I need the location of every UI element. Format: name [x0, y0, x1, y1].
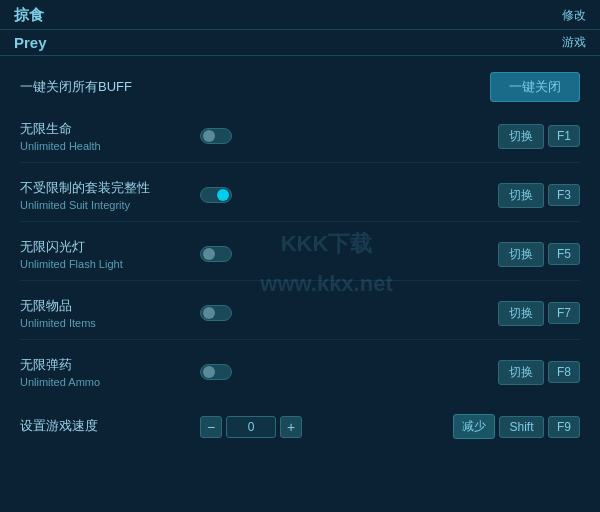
speed-control: − + — [200, 416, 302, 438]
feature-info-1: 不受限制的套装完整性 Unlimited Suit Integrity — [20, 179, 180, 211]
speed-middle: − + — [180, 416, 400, 438]
main-content: 一键关闭所有BUFF 一键关闭 无限生命 Unlimited Health 切换… — [0, 56, 600, 481]
feature-right-0: 切换 F1 — [400, 124, 580, 149]
speed-info: 设置游戏速度 — [20, 417, 180, 437]
onekey-label: 一键关闭所有BUFF — [20, 78, 132, 96]
feature-cn-1: 不受限制的套装完整性 — [20, 179, 180, 197]
toggle-1[interactable] — [200, 187, 232, 203]
feature-middle-3 — [180, 305, 400, 321]
feature-cn-3: 无限物品 — [20, 297, 180, 315]
switch-btn-2[interactable]: 切换 — [498, 242, 544, 267]
feature-row-2: 无限闪光灯 Unlimited Flash Light 切换 F5 — [20, 238, 580, 281]
toggle-3[interactable] — [200, 305, 232, 321]
game-title: Prey — [14, 34, 47, 51]
feature-row-0: 无限生命 Unlimited Health 切换 F1 — [20, 120, 580, 163]
onekey-row: 一键关闭所有BUFF 一键关闭 — [20, 72, 580, 102]
feature-cn-4: 无限弹药 — [20, 356, 180, 374]
feature-right-4: 切换 F8 — [400, 360, 580, 385]
feature-middle-0 — [180, 128, 400, 144]
top-bar: 掠食 修改 — [0, 0, 600, 30]
top-bar-right: 修改 — [562, 7, 586, 24]
feature-info-4: 无限弹药 Unlimited Ammo — [20, 356, 180, 388]
feature-row-4: 无限弹药 Unlimited Ammo 切换 F8 — [20, 356, 580, 398]
feature-row-1: 不受限制的套装完整性 Unlimited Suit Integrity 切换 F… — [20, 179, 580, 222]
toggle-0[interactable] — [200, 128, 232, 144]
toggle-4[interactable] — [200, 364, 232, 380]
feature-en-1: Unlimited Suit Integrity — [20, 199, 180, 211]
feature-middle-2 — [180, 246, 400, 262]
speed-row: 设置游戏速度 − + 减少 Shift F9 — [20, 414, 580, 449]
speed-minus-button[interactable]: − — [200, 416, 222, 438]
feature-list: 无限生命 Unlimited Health 切换 F1 不受限制的套装完整性 U… — [20, 120, 580, 398]
key-badge-4: F8 — [548, 361, 580, 383]
feature-en-2: Unlimited Flash Light — [20, 258, 180, 270]
toggle-knob-4 — [203, 366, 215, 378]
game-tab: 游戏 — [562, 34, 586, 51]
key-badge-3: F7 — [548, 302, 580, 324]
speed-input[interactable] — [226, 416, 276, 438]
feature-cn-2: 无限闪光灯 — [20, 238, 180, 256]
speed-name-cn: 设置游戏速度 — [20, 417, 180, 435]
feature-en-0: Unlimited Health — [20, 140, 180, 152]
feature-cn-0: 无限生命 — [20, 120, 180, 138]
feature-row-3: 无限物品 Unlimited Items 切换 F7 — [20, 297, 580, 340]
speed-key1: Shift — [499, 416, 544, 438]
toggle-knob-0 — [203, 130, 215, 142]
key-badge-1: F3 — [548, 184, 580, 206]
game-title-bar: Prey 游戏 — [0, 30, 600, 56]
key-badge-0: F1 — [548, 125, 580, 147]
feature-right-1: 切换 F3 — [400, 183, 580, 208]
feature-right-3: 切换 F7 — [400, 301, 580, 326]
onekey-button[interactable]: 一键关闭 — [490, 72, 580, 102]
toggle-knob-1 — [217, 189, 229, 201]
feature-right-2: 切换 F5 — [400, 242, 580, 267]
speed-key2: F9 — [548, 416, 580, 438]
feature-info-3: 无限物品 Unlimited Items — [20, 297, 180, 329]
switch-btn-1[interactable]: 切换 — [498, 183, 544, 208]
key-badge-2: F5 — [548, 243, 580, 265]
feature-en-4: Unlimited Ammo — [20, 376, 180, 388]
speed-reduce-button[interactable]: 减少 — [453, 414, 495, 439]
speed-right: 减少 Shift F9 — [400, 414, 580, 439]
toggle-2[interactable] — [200, 246, 232, 262]
speed-plus-button[interactable]: + — [280, 416, 302, 438]
feature-middle-1 — [180, 187, 400, 203]
feature-info-2: 无限闪光灯 Unlimited Flash Light — [20, 238, 180, 270]
toggle-knob-2 — [203, 248, 215, 260]
app-title: 掠食 — [14, 6, 44, 25]
switch-btn-0[interactable]: 切换 — [498, 124, 544, 149]
feature-middle-4 — [180, 364, 400, 380]
toggle-knob-3 — [203, 307, 215, 319]
switch-btn-4[interactable]: 切换 — [498, 360, 544, 385]
feature-en-3: Unlimited Items — [20, 317, 180, 329]
feature-info-0: 无限生命 Unlimited Health — [20, 120, 180, 152]
switch-btn-3[interactable]: 切换 — [498, 301, 544, 326]
